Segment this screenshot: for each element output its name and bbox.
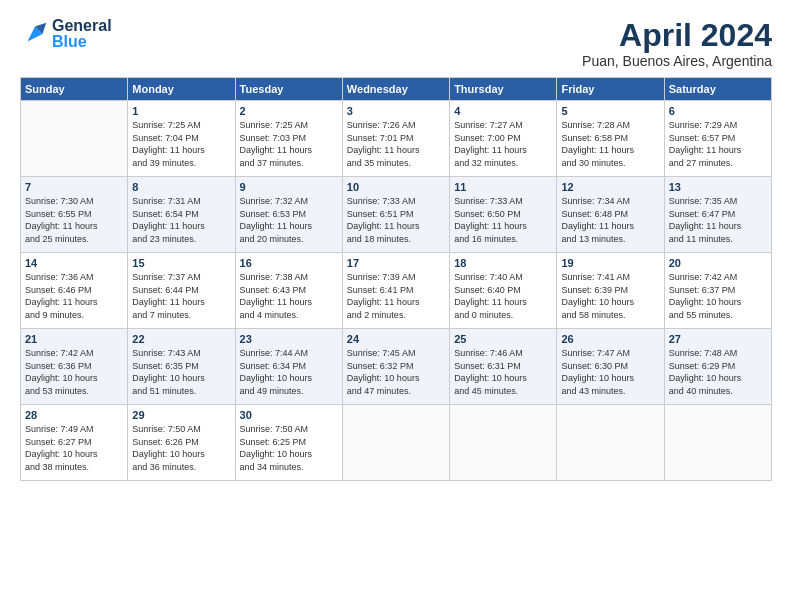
day-info: Sunrise: 7:46 AMSunset: 6:31 PMDaylight:… — [454, 347, 552, 397]
table-row: 14Sunrise: 7:36 AMSunset: 6:46 PMDayligh… — [21, 253, 128, 329]
day-info: Sunrise: 7:34 AMSunset: 6:48 PMDaylight:… — [561, 195, 659, 245]
title-block: April 2024 Puan, Buenos Aires, Argentina — [582, 18, 772, 69]
day-info: Sunrise: 7:48 AMSunset: 6:29 PMDaylight:… — [669, 347, 767, 397]
table-row: 19Sunrise: 7:41 AMSunset: 6:39 PMDayligh… — [557, 253, 664, 329]
day-info: Sunrise: 7:49 AMSunset: 6:27 PMDaylight:… — [25, 423, 123, 473]
table-row: 4Sunrise: 7:27 AMSunset: 7:00 PMDaylight… — [450, 101, 557, 177]
day-info: Sunrise: 7:32 AMSunset: 6:53 PMDaylight:… — [240, 195, 338, 245]
table-row: 5Sunrise: 7:28 AMSunset: 6:58 PMDaylight… — [557, 101, 664, 177]
logo: General Blue — [20, 18, 112, 50]
day-info: Sunrise: 7:50 AMSunset: 6:25 PMDaylight:… — [240, 423, 338, 473]
page: General Blue April 2024 Puan, Buenos Air… — [0, 0, 792, 612]
logo-blue-text: Blue — [52, 34, 112, 50]
day-info: Sunrise: 7:39 AMSunset: 6:41 PMDaylight:… — [347, 271, 445, 321]
table-row — [450, 405, 557, 481]
day-info: Sunrise: 7:40 AMSunset: 6:40 PMDaylight:… — [454, 271, 552, 321]
day-info: Sunrise: 7:45 AMSunset: 6:32 PMDaylight:… — [347, 347, 445, 397]
table-row — [664, 405, 771, 481]
day-number: 7 — [25, 181, 123, 193]
day-number: 26 — [561, 333, 659, 345]
calendar-week-row: 14Sunrise: 7:36 AMSunset: 6:46 PMDayligh… — [21, 253, 772, 329]
header-sunday: Sunday — [21, 78, 128, 101]
header: General Blue April 2024 Puan, Buenos Air… — [20, 18, 772, 69]
day-info: Sunrise: 7:43 AMSunset: 6:35 PMDaylight:… — [132, 347, 230, 397]
table-row — [21, 101, 128, 177]
day-number: 6 — [669, 105, 767, 117]
table-row: 25Sunrise: 7:46 AMSunset: 6:31 PMDayligh… — [450, 329, 557, 405]
table-row: 3Sunrise: 7:26 AMSunset: 7:01 PMDaylight… — [342, 101, 449, 177]
table-row: 17Sunrise: 7:39 AMSunset: 6:41 PMDayligh… — [342, 253, 449, 329]
day-number: 4 — [454, 105, 552, 117]
day-number: 10 — [347, 181, 445, 193]
table-row: 26Sunrise: 7:47 AMSunset: 6:30 PMDayligh… — [557, 329, 664, 405]
day-number: 14 — [25, 257, 123, 269]
table-row: 7Sunrise: 7:30 AMSunset: 6:55 PMDaylight… — [21, 177, 128, 253]
day-number: 5 — [561, 105, 659, 117]
day-info: Sunrise: 7:42 AMSunset: 6:37 PMDaylight:… — [669, 271, 767, 321]
day-info: Sunrise: 7:30 AMSunset: 6:55 PMDaylight:… — [25, 195, 123, 245]
table-row: 12Sunrise: 7:34 AMSunset: 6:48 PMDayligh… — [557, 177, 664, 253]
header-saturday: Saturday — [664, 78, 771, 101]
day-number: 1 — [132, 105, 230, 117]
header-wednesday: Wednesday — [342, 78, 449, 101]
main-title: April 2024 — [582, 18, 772, 53]
table-row: 29Sunrise: 7:50 AMSunset: 6:26 PMDayligh… — [128, 405, 235, 481]
day-number: 23 — [240, 333, 338, 345]
day-number: 2 — [240, 105, 338, 117]
day-number: 19 — [561, 257, 659, 269]
table-row: 1Sunrise: 7:25 AMSunset: 7:04 PMDaylight… — [128, 101, 235, 177]
day-info: Sunrise: 7:37 AMSunset: 6:44 PMDaylight:… — [132, 271, 230, 321]
day-info: Sunrise: 7:31 AMSunset: 6:54 PMDaylight:… — [132, 195, 230, 245]
day-info: Sunrise: 7:25 AMSunset: 7:03 PMDaylight:… — [240, 119, 338, 169]
table-row: 28Sunrise: 7:49 AMSunset: 6:27 PMDayligh… — [21, 405, 128, 481]
day-number: 11 — [454, 181, 552, 193]
day-info: Sunrise: 7:28 AMSunset: 6:58 PMDaylight:… — [561, 119, 659, 169]
day-info: Sunrise: 7:44 AMSunset: 6:34 PMDaylight:… — [240, 347, 338, 397]
day-info: Sunrise: 7:41 AMSunset: 6:39 PMDaylight:… — [561, 271, 659, 321]
day-number: 17 — [347, 257, 445, 269]
table-row: 16Sunrise: 7:38 AMSunset: 6:43 PMDayligh… — [235, 253, 342, 329]
table-row: 10Sunrise: 7:33 AMSunset: 6:51 PMDayligh… — [342, 177, 449, 253]
table-row: 8Sunrise: 7:31 AMSunset: 6:54 PMDaylight… — [128, 177, 235, 253]
calendar-week-row: 7Sunrise: 7:30 AMSunset: 6:55 PMDaylight… — [21, 177, 772, 253]
day-info: Sunrise: 7:42 AMSunset: 6:36 PMDaylight:… — [25, 347, 123, 397]
table-row — [342, 405, 449, 481]
day-number: 20 — [669, 257, 767, 269]
header-thursday: Thursday — [450, 78, 557, 101]
header-monday: Monday — [128, 78, 235, 101]
day-info: Sunrise: 7:29 AMSunset: 6:57 PMDaylight:… — [669, 119, 767, 169]
day-info: Sunrise: 7:50 AMSunset: 6:26 PMDaylight:… — [132, 423, 230, 473]
table-row: 22Sunrise: 7:43 AMSunset: 6:35 PMDayligh… — [128, 329, 235, 405]
day-number: 15 — [132, 257, 230, 269]
day-number: 30 — [240, 409, 338, 421]
day-info: Sunrise: 7:36 AMSunset: 6:46 PMDaylight:… — [25, 271, 123, 321]
day-info: Sunrise: 7:33 AMSunset: 6:50 PMDaylight:… — [454, 195, 552, 245]
day-number: 28 — [25, 409, 123, 421]
day-number: 13 — [669, 181, 767, 193]
subtitle: Puan, Buenos Aires, Argentina — [582, 53, 772, 69]
table-row: 13Sunrise: 7:35 AMSunset: 6:47 PMDayligh… — [664, 177, 771, 253]
table-row: 18Sunrise: 7:40 AMSunset: 6:40 PMDayligh… — [450, 253, 557, 329]
day-number: 27 — [669, 333, 767, 345]
table-row: 2Sunrise: 7:25 AMSunset: 7:03 PMDaylight… — [235, 101, 342, 177]
day-number: 24 — [347, 333, 445, 345]
day-info: Sunrise: 7:47 AMSunset: 6:30 PMDaylight:… — [561, 347, 659, 397]
table-row: 11Sunrise: 7:33 AMSunset: 6:50 PMDayligh… — [450, 177, 557, 253]
header-tuesday: Tuesday — [235, 78, 342, 101]
calendar-week-row: 1Sunrise: 7:25 AMSunset: 7:04 PMDaylight… — [21, 101, 772, 177]
day-number: 22 — [132, 333, 230, 345]
table-row: 20Sunrise: 7:42 AMSunset: 6:37 PMDayligh… — [664, 253, 771, 329]
day-info: Sunrise: 7:35 AMSunset: 6:47 PMDaylight:… — [669, 195, 767, 245]
day-number: 29 — [132, 409, 230, 421]
day-number: 8 — [132, 181, 230, 193]
day-info: Sunrise: 7:33 AMSunset: 6:51 PMDaylight:… — [347, 195, 445, 245]
day-number: 3 — [347, 105, 445, 117]
logo-general-text: General — [52, 18, 112, 34]
weekday-header-row: Sunday Monday Tuesday Wednesday Thursday… — [21, 78, 772, 101]
table-row: 15Sunrise: 7:37 AMSunset: 6:44 PMDayligh… — [128, 253, 235, 329]
table-row: 24Sunrise: 7:45 AMSunset: 6:32 PMDayligh… — [342, 329, 449, 405]
day-number: 25 — [454, 333, 552, 345]
day-info: Sunrise: 7:26 AMSunset: 7:01 PMDaylight:… — [347, 119, 445, 169]
calendar-table: Sunday Monday Tuesday Wednesday Thursday… — [20, 77, 772, 481]
header-friday: Friday — [557, 78, 664, 101]
